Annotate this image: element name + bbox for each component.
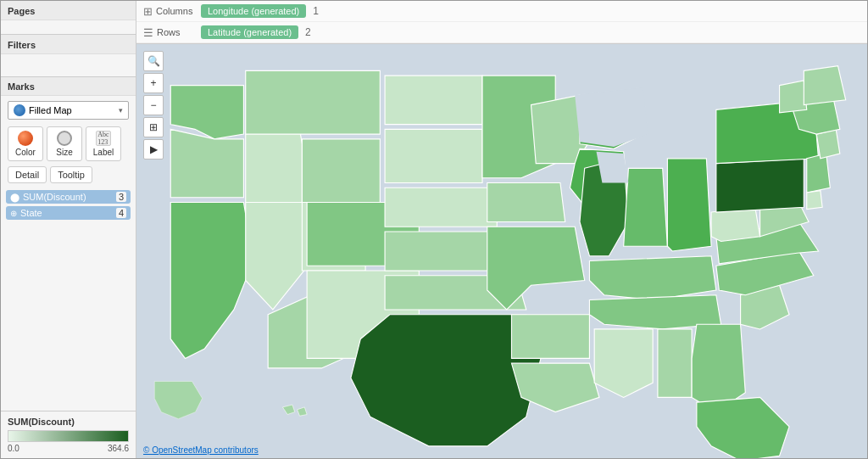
top-bar: ⊞ Columns Longitude (generated) 1 ☰ Rows… xyxy=(136,1,867,44)
label-button[interactable]: Abc123 Label xyxy=(86,126,121,161)
search-tool-button[interactable]: 🔍 xyxy=(143,51,164,71)
color-icon xyxy=(18,131,33,146)
state-pill[interactable]: ⊕ State 4 xyxy=(6,206,131,220)
pages-section: Pages xyxy=(1,1,136,35)
legend-min: 0.0 xyxy=(8,444,19,453)
state-nebraska[interactable] xyxy=(385,188,497,227)
state-north-dakota[interactable] xyxy=(385,76,482,124)
left-panel: Pages Filters Marks Filled Map ▾ Color xyxy=(1,1,136,458)
columns-icon: ⊞ xyxy=(143,5,153,18)
state-kansas[interactable] xyxy=(385,232,497,271)
state-vermont[interactable] xyxy=(780,81,807,113)
sum-discount-icon: ⬤ xyxy=(10,193,19,202)
map-toolbar: 🔍 + − ⊞ ▶ xyxy=(143,51,164,160)
state-kentucky[interactable] xyxy=(589,256,715,300)
sum-discount-pill[interactable]: ⬤ SUM(Discount) 3 xyxy=(6,190,131,204)
state-arkansas[interactable] xyxy=(511,315,589,359)
longitude-pill[interactable]: Longitude (generated) xyxy=(201,4,306,18)
state-icon: ⊕ xyxy=(10,209,17,218)
marks-type-label: Filled Map xyxy=(29,105,119,115)
map-attribution[interactable]: © OpenStreetMap contributors xyxy=(143,445,259,455)
rows-shelf: ☰ Rows Latitude (generated) 2 xyxy=(136,22,867,43)
filters-section: Filters xyxy=(1,35,136,77)
marks-property-buttons: Color Size Abc123 Label xyxy=(8,126,129,161)
zoom-in-button[interactable]: + xyxy=(143,73,164,93)
rows-label: Rows xyxy=(157,27,181,37)
color-label: Color xyxy=(15,148,36,157)
dropdown-arrow-icon: ▾ xyxy=(119,106,123,115)
state-wyoming[interactable] xyxy=(302,139,380,203)
map-container: 🔍 + − ⊞ ▶ xyxy=(136,44,867,458)
state-indiana[interactable] xyxy=(624,168,668,246)
columns-num: 1 xyxy=(313,5,319,17)
state-num: 4 xyxy=(116,208,126,218)
state-iowa[interactable] xyxy=(487,183,565,222)
state-maine[interactable] xyxy=(804,66,845,105)
legend-title: SUM(Discount) xyxy=(8,417,129,427)
columns-label: Columns xyxy=(156,6,192,16)
filled-map-icon xyxy=(14,104,25,116)
tooltip-button[interactable]: Tooltip xyxy=(50,166,92,183)
state-oregon[interactable] xyxy=(170,129,243,197)
rows-label-area: ☰ Rows xyxy=(143,26,194,39)
home-button[interactable]: ⊞ xyxy=(143,117,164,137)
sum-discount-label: SUM(Discount) xyxy=(23,192,86,202)
state-label: State xyxy=(20,208,42,218)
state-pennsylvania[interactable] xyxy=(716,159,804,212)
label-label: Label xyxy=(93,148,114,157)
rows-num: 2 xyxy=(305,26,311,38)
state-south-dakota[interactable] xyxy=(385,129,482,182)
marks-section: Marks Filled Map ▾ Color Size Abc123 Lab… xyxy=(1,77,136,411)
columns-shelf: ⊞ Columns Longitude (generated) 1 xyxy=(136,1,867,22)
marks-row2: Detail Tooltip xyxy=(8,166,129,183)
state-ohio[interactable] xyxy=(667,159,711,251)
size-button[interactable]: Size xyxy=(47,126,82,161)
latitude-pill[interactable]: Latitude (generated) xyxy=(201,25,298,39)
pan-button[interactable]: ▶ xyxy=(143,139,164,160)
marks-header: Marks xyxy=(1,77,136,96)
marks-type-dropdown[interactable]: Filled Map ▾ xyxy=(8,101,129,120)
legend-labels: 0.0 364.6 xyxy=(8,444,129,453)
sum-discount-num: 3 xyxy=(116,192,126,202)
us-map-svg xyxy=(136,44,867,458)
rows-icon: ☰ xyxy=(143,26,153,39)
filters-header: Filters xyxy=(1,35,136,54)
pages-header: Pages xyxy=(1,1,136,20)
gradient-bar xyxy=(8,430,129,442)
state-alabama[interactable] xyxy=(658,329,692,397)
svg-marker-1 xyxy=(575,87,648,147)
columns-label-area: ⊞ Columns xyxy=(143,5,194,18)
legend-gradient xyxy=(8,430,129,442)
state-montana[interactable] xyxy=(246,70,381,134)
color-button[interactable]: Color xyxy=(8,126,43,161)
marks-fields: ⬤ SUM(Discount) 3 ⊕ State 4 xyxy=(6,190,131,220)
label-icon: Abc123 xyxy=(96,131,111,146)
state-mississippi[interactable] xyxy=(594,329,653,397)
zoom-out-button[interactable]: − xyxy=(143,95,164,115)
state-delaware[interactable] xyxy=(807,191,822,210)
size-icon xyxy=(57,131,72,146)
right-area: ⊞ Columns Longitude (generated) 1 ☰ Rows… xyxy=(136,1,867,458)
legend-max: 364.6 xyxy=(108,444,129,453)
legend-section: SUM(Discount) 0.0 364.6 xyxy=(1,411,136,458)
size-label: Size xyxy=(56,148,72,157)
state-new-jersey[interactable] xyxy=(807,154,831,193)
detail-button[interactable]: Detail xyxy=(8,166,47,183)
